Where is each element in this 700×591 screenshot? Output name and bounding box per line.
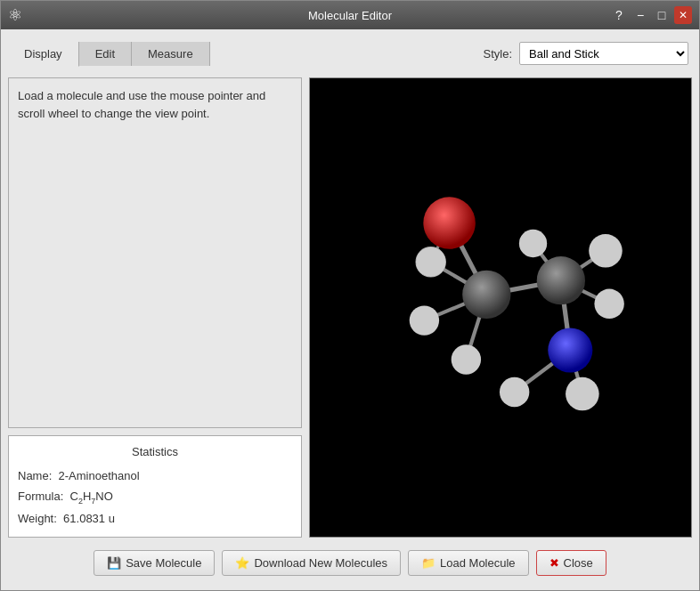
stats-name-value: 2-Aminoethanol <box>59 469 140 482</box>
star-icon: ⭐ <box>235 556 249 570</box>
close-button[interactable]: ✖ Close <box>536 550 606 576</box>
top-section: Load a molecule and use the mouse pointe… <box>8 77 692 538</box>
stats-weight-row: Weight: 61.0831 u <box>18 508 292 529</box>
stats-name-label: Name: <box>18 469 52 482</box>
stats-formula-row: Formula: C2H7NO <box>18 486 292 508</box>
close-icon: ✖ <box>549 556 559 570</box>
tab-measure[interactable]: Measure <box>132 42 210 66</box>
svg-point-16 <box>519 230 547 257</box>
tab-bar: Display Edit Measure <box>8 42 210 66</box>
window-title: Molecular Editor <box>308 9 392 22</box>
window-close-button[interactable]: ✕ <box>674 6 692 24</box>
stats-weight-label: Weight: <box>18 512 57 525</box>
load-button-label: Load Molecule <box>440 556 516 570</box>
stats-name-row: Name: 2-Aminoethanol <box>18 466 292 486</box>
style-label: Style: <box>483 47 512 61</box>
close-button-label: Close <box>564 556 593 570</box>
bottom-bar: 💾 Save Molecule ⭐ Download New Molecules… <box>8 545 692 583</box>
tab-edit[interactable]: Edit <box>79 42 132 66</box>
statistics-panel: Statistics Name: 2-Aminoethanol Formula:… <box>8 435 302 538</box>
svg-point-23 <box>537 256 585 304</box>
style-select[interactable]: Ball and Stick Stick Space Fill Wire Fra… <box>519 42 688 65</box>
svg-point-21 <box>423 197 475 248</box>
style-row: Style: Ball and Stick Stick Space Fill W… <box>479 36 692 70</box>
help-button[interactable]: ? <box>610 6 628 24</box>
svg-point-20 <box>566 377 599 411</box>
save-button-label: Save Molecule <box>126 556 201 570</box>
svg-point-22 <box>462 271 510 319</box>
svg-point-17 <box>589 234 623 268</box>
minimize-button[interactable]: − <box>631 6 649 24</box>
maximize-button[interactable]: □ <box>653 6 671 24</box>
save-icon: 💾 <box>107 556 121 570</box>
display-hint-text: Load a molecule and use the mouse pointe… <box>18 89 265 120</box>
load-molecule-button[interactable]: 📁 Load Molecule <box>408 550 529 576</box>
svg-point-15 <box>452 344 481 374</box>
molecule-viewer[interactable] <box>309 77 692 538</box>
stats-formula-label: Formula: <box>18 490 63 503</box>
svg-point-19 <box>500 377 529 407</box>
tab-display[interactable]: Display <box>8 42 79 67</box>
stats-weight-value: 61.0831 u <box>63 512 115 525</box>
titlebar: ⚛ Molecular Editor ? − □ ✕ <box>1 1 699 29</box>
svg-point-14 <box>410 305 439 335</box>
left-panel: Load a molecule and use the mouse pointe… <box>8 77 302 538</box>
svg-point-18 <box>594 289 623 319</box>
folder-icon: 📁 <box>421 556 435 570</box>
svg-point-13 <box>416 247 445 277</box>
content-area: Display Edit Measure Style: Ball and Sti… <box>1 29 699 590</box>
molecule-svg <box>310 78 691 537</box>
stats-title: Statistics <box>18 445 292 458</box>
titlebar-controls: ? − □ ✕ <box>610 6 692 24</box>
save-molecule-button[interactable]: 💾 Save Molecule <box>94 550 215 576</box>
tab-display-content: Load a molecule and use the mouse pointe… <box>9 78 301 131</box>
download-button-label: Download New Molecules <box>254 556 387 570</box>
download-molecules-button[interactable]: ⭐ Download New Molecules <box>222 550 401 576</box>
tabs-panel: Load a molecule and use the mouse pointe… <box>8 77 302 428</box>
svg-point-24 <box>548 328 592 372</box>
app-icon: ⚛ <box>8 5 22 25</box>
titlebar-left: ⚛ <box>8 5 22 25</box>
app-window: ⚛ Molecular Editor ? − □ ✕ Display Edit … <box>0 0 700 591</box>
stats-formula-value: C2H7NO <box>70 490 113 503</box>
